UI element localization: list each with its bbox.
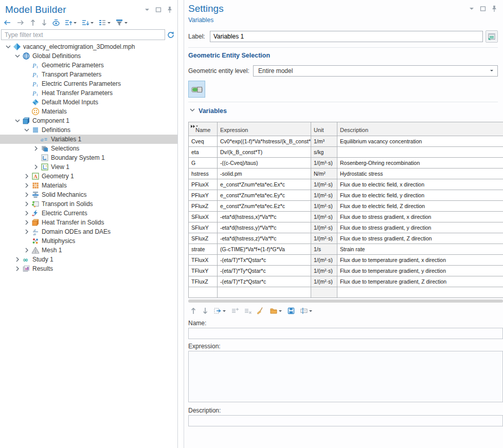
var-expression-cell[interactable]: -solid.pm [218,169,311,179]
pin-icon[interactable] [491,5,498,12]
label-input[interactable] [210,31,483,42]
chevron-collapsed-icon[interactable] [23,181,31,190]
tree-item-heat-transfer-parameters[interactable]: PiHeat Transfer Parameters [0,88,177,98]
var-description-cell[interactable]: Flux due to temperature gradient, x dire… [337,255,503,266]
var-expression-cell[interactable]: e_const*Znum*eta*ec.Ez*c [218,201,311,212]
var-name-cell[interactable]: PFluxX [189,179,218,190]
node-text-button[interactable] [98,17,112,28]
chevron-collapsed-icon[interactable] [32,163,40,171]
forward-button[interactable] [15,17,26,28]
tree-item-materials[interactable]: Materials [0,107,177,116]
variables-section-header[interactable]: Variables [188,106,498,116]
var-name-cell[interactable]: hstress [189,169,218,179]
var-unit-cell[interactable]: 1/(m²·s) [311,255,337,266]
var-name-cell[interactable]: SFluxZ [189,233,218,244]
chevron-expanded-icon[interactable] [13,52,22,60]
chevron-collapsed-icon[interactable] [23,228,31,236]
var-expression-cell[interactable]: -(eta/T)*Ty*Qstar*c [218,266,311,276]
chevron-expanded-icon[interactable] [23,126,31,134]
var-expression-cell[interactable]: -(eta/T)*Tz*Qstar*c [218,276,311,287]
var-name-cell[interactable]: TFluxY [189,266,218,276]
menu-down-icon[interactable] [468,5,475,12]
tree-item-vacancy-electromigration-3dmodel-mph[interactable]: vacancy_electromigration_3Dmodel.mph [0,42,177,51]
tree-item-global-definitions[interactable]: Global Definitions [0,51,177,61]
var-description-cell[interactable]: Flux due to electric field, x direction [337,179,503,190]
tree-item-component-1[interactable]: Component 1 [0,116,177,125]
var-name-cell[interactable]: Cveq [189,136,218,147]
var-name-cell[interactable]: strate [189,244,218,255]
panel-splitter[interactable] [178,0,184,448]
menu-down-icon[interactable] [143,6,151,13]
chevron-collapsed-icon[interactable] [23,191,31,199]
var-description-cell[interactable]: Flux due to temperature gradient, Z dire… [337,276,503,287]
var-expression-cell[interactable]: -eta*d(hstress,x)*Va*f*c [218,212,311,222]
var-expression-cell[interactable]: -eta*d(hstress,z)*Va*f*c [218,233,311,244]
filter-button[interactable] [115,17,129,28]
chevron-expanded-icon[interactable] [4,43,12,51]
tree-item-electric-currents-parameters[interactable]: PiElectric Currents Parameters [0,79,177,88]
load-file-button[interactable] [269,306,283,316]
sort-icon[interactable] [190,123,199,129]
chevron-collapsed-icon[interactable] [23,200,31,208]
var-description-cell[interactable]: Hydrostatic stress [337,169,503,179]
var-expression-cell[interactable]: -(eta/T)*Tx*Qstar*c [218,255,311,266]
var-description-cell[interactable]: Flux due to stress gradient, Z direction [337,233,503,244]
var-unit-cell[interactable]: 1/(m²·s) [311,212,337,222]
refresh-icon[interactable] [165,29,176,40]
var-name-cell[interactable]: TFluxZ [189,276,218,287]
tree-item-boundary-system-1[interactable]: Boundary System 1 [0,153,177,162]
var-unit-cell[interactable] [311,287,337,298]
tree-item-view-1[interactable]: View 1 [0,162,177,172]
show-button[interactable] [51,17,61,28]
tree-item-transport-in-solids[interactable]: Transport in Solids [0,199,177,209]
collapse-all-button[interactable] [81,17,95,28]
move-up-button[interactable] [189,306,197,316]
chevron-collapsed-icon[interactable] [23,218,31,227]
var-name-cell[interactable]: SFluxY [189,222,218,233]
table-horizontal-scrollbar[interactable] [188,300,503,303]
var-description-cell[interactable]: Flux due to stress gradient, y direction [337,222,503,233]
geometric-entity-level-dropdown[interactable]: Entire model [253,65,498,77]
var-description-cell[interactable] [337,147,503,158]
tree-item-multiphysics[interactable]: Multiphysics [0,236,177,246]
tree-item-selections[interactable]: Selections [0,144,177,153]
chevron-collapsed-icon[interactable] [23,172,31,180]
tree-item-electric-currents[interactable]: +Electric Currents [0,209,177,218]
expression-input[interactable] [188,351,503,402]
var-expression-cell[interactable]: (G-cTIME)*Va*f+(1-f)*G*Va [218,244,311,255]
tree-item-materials[interactable]: Materials [0,181,177,190]
move-to-button[interactable] [213,306,227,316]
var-unit-cell[interactable]: 1/(m²·s) [311,222,337,233]
var-name-cell[interactable]: G [189,158,218,169]
label-edit-button[interactable] [486,30,498,43]
var-name-cell[interactable]: SFluxX [189,212,218,222]
var-unit-cell[interactable]: 1/(m²·s) [311,190,337,201]
tree-item-geometry-1[interactable]: AGeometry 1 [0,172,177,181]
var-unit-cell[interactable]: 1/s [311,244,337,255]
tree-item-mesh-1[interactable]: Mesh 1 [0,246,177,255]
tree-item-transport-parameters[interactable]: PiTransport Parameters [0,70,177,79]
var-expression-cell[interactable]: Cv0*exp((1-f)*Va*hstress/(k_B_const*T)) [218,136,311,147]
var-unit-cell[interactable]: 1/(m²·s) [311,233,337,244]
chevron-expanded-icon[interactable] [13,117,22,125]
move-down-button[interactable] [40,17,48,28]
tree-item-study-1[interactable]: ∞Study 1 [0,255,177,264]
var-expression-cell[interactable]: -((c-Cveq)/taus) [218,158,311,169]
var-description-cell[interactable] [337,287,503,298]
chevron-collapsed-icon[interactable] [23,209,31,217]
var-unit-cell[interactable]: 1/(m²·s) [311,201,337,212]
tree-item-geometric-parameters[interactable]: PiGeometric Parameters [0,61,177,70]
var-name-cell[interactable]: PFluxY [189,190,218,201]
var-expression-cell[interactable]: e_const*Znum*eta*ec.Ey*c [218,190,311,201]
tree-item-definitions[interactable]: Definitions [0,125,177,135]
var-unit-cell[interactable]: 1/(m²·s) [311,179,337,190]
var-name-cell[interactable]: eta [189,147,218,158]
var-unit-cell[interactable]: 1/(m²·s) [311,266,337,276]
var-unit-cell[interactable]: 1/(m²·s) [311,276,337,287]
move-up-button[interactable] [29,17,37,28]
var-expression-cell[interactable]: e_const*Znum*eta*ec.Ex*c [218,179,311,190]
var-name-cell[interactable]: PFluxZ [189,201,218,212]
chevron-collapsed-icon[interactable] [13,265,22,273]
var-description-cell[interactable]: Equilibrium vacancy concentration [337,136,503,147]
clear-table-button[interactable] [256,306,265,316]
